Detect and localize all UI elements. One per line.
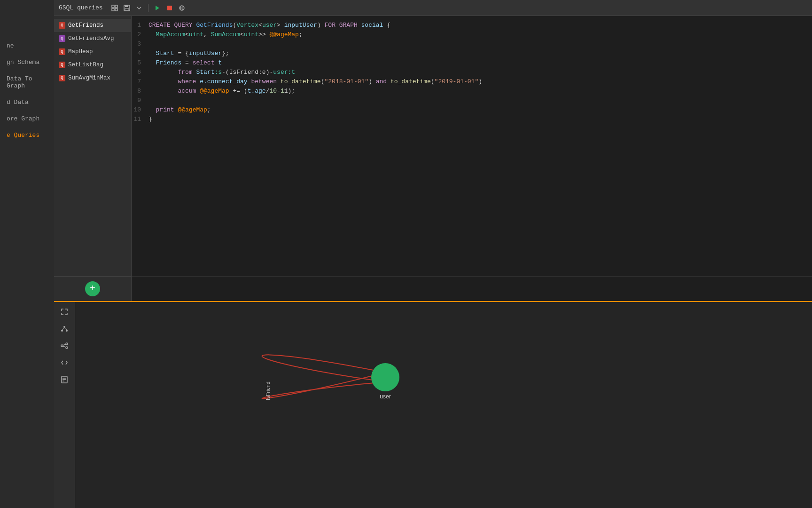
code-line: 2 MapAccum<uint, SumAccum<uint>> @@ageMa…: [132, 30, 812, 40]
query-list: Q GetFriends Q GetFriendsAvg Q MapHeap Q…: [54, 16, 132, 276]
line-content: accum @@ageMap += (t.age/10-11);: [148, 87, 812, 96]
query-label-getfriendsavg: GetFriendsAvg: [68, 35, 114, 42]
left-sidebar: ne gn Schema Data To Graph d Data ore Gr…: [0, 0, 54, 508]
line-number: 2: [132, 30, 148, 40]
line-content: where e.connect_day between to_datetime(…: [148, 77, 812, 87]
code-line: 7 where e.connect_day between to_datetim…: [132, 77, 812, 87]
graph-panel: user IsFriend: [54, 301, 812, 508]
line-content: }: [148, 115, 812, 124]
query-icon-sumavgminmax: Q: [59, 75, 65, 81]
line-number: 3: [132, 40, 148, 49]
sidebar-item-explore-graph[interactable]: ore Graph: [0, 111, 54, 127]
line-number: 11: [132, 115, 148, 124]
line-number: 6: [132, 68, 148, 77]
code-line: 3: [132, 40, 812, 49]
svg-rect-5: [125, 5, 128, 7]
dropdown-icon[interactable]: [135, 4, 143, 12]
code-line: 10 print @@ageMap;: [132, 105, 812, 115]
line-number: 9: [132, 96, 148, 105]
line-content: Friends = select t: [148, 58, 812, 68]
query-label-setlistbag: SetListBag: [68, 62, 103, 68]
graph-doc-icon[interactable]: [59, 374, 70, 385]
toolbar-title: GSQL queries: [59, 4, 103, 11]
save-icon[interactable]: [123, 4, 131, 12]
node-label-user: user: [380, 393, 390, 400]
query-item-setlistbag[interactable]: Q SetListBag: [54, 58, 131, 71]
line-number: 4: [132, 49, 148, 58]
svg-rect-1: [115, 5, 117, 8]
line-number: 1: [132, 21, 148, 30]
svg-rect-0: [112, 5, 114, 8]
svg-point-13: [61, 330, 63, 332]
code-line: 11}: [132, 115, 812, 124]
query-item-sumavgminmax[interactable]: Q SumAvgMinMax: [54, 71, 131, 85]
svg-rect-8: [167, 6, 172, 10]
svg-line-15: [62, 328, 64, 330]
line-content: [148, 40, 812, 49]
line-content: [148, 96, 812, 105]
graph-svg: [75, 302, 812, 508]
query-icon-getfriends: Q: [59, 22, 65, 29]
line-content: from Start:s-(IsFriend:e)-user:t: [148, 68, 812, 77]
graph-network-icon[interactable]: [59, 324, 70, 334]
graph-toolbar: [54, 302, 75, 508]
query-label-sumavgminmax: SumAvgMinMax: [68, 75, 110, 81]
query-icon-getfriendsavg: Q: [59, 35, 65, 42]
line-content: Start = {inputUser};: [148, 49, 812, 58]
svg-line-16: [64, 328, 67, 330]
query-label-mapheap: MapHeap: [68, 48, 93, 55]
svg-rect-2: [112, 8, 114, 11]
edge-label-isfriend: IsFriend: [265, 381, 271, 400]
line-number: 7: [132, 77, 148, 87]
line-content: CREATE QUERY GetFriends(Vertex<user> inp…: [148, 21, 812, 30]
code-line: 6 from Start:s-(IsFriend:e)-user:t: [132, 68, 812, 77]
sidebar-item-ne[interactable]: ne: [0, 38, 54, 54]
line-number: 8: [132, 87, 148, 96]
svg-rect-3: [115, 8, 117, 11]
sidebar-item-write-queries[interactable]: e Queries: [0, 127, 54, 143]
svg-point-19: [66, 347, 68, 349]
svg-point-12: [63, 326, 65, 328]
svg-point-18: [66, 343, 68, 345]
stop-icon[interactable]: [165, 4, 174, 12]
code-line: 9: [132, 96, 812, 105]
svg-line-21: [63, 346, 66, 347]
node-circle-user[interactable]: [371, 363, 399, 391]
query-icon-setlistbag: Q: [59, 62, 65, 68]
graph-code-icon[interactable]: [59, 357, 70, 368]
line-content: MapAccum<uint, SumAccum<uint>> @@ageMap;: [148, 30, 812, 40]
query-item-getfriendsavg[interactable]: Q GetFriendsAvg: [54, 32, 131, 45]
code-line: 1CREATE QUERY GetFriends(Vertex<user> in…: [132, 21, 812, 30]
globe-icon[interactable]: [178, 4, 186, 12]
code-line: 8 accum @@ageMap += (t.age/10-11);: [132, 87, 812, 96]
add-query-bar: +: [54, 276, 132, 301]
svg-line-20: [63, 344, 66, 345]
graph-node-user[interactable]: user: [371, 363, 399, 400]
query-label-getfriends: GetFriends: [68, 22, 103, 29]
toolbar: GSQL queries: [54, 0, 812, 16]
graph-share-icon[interactable]: [59, 341, 70, 351]
line-number: 5: [132, 58, 148, 68]
graph-expand-icon[interactable]: [59, 307, 70, 317]
query-item-getfriends[interactable]: Q GetFriends: [54, 19, 131, 32]
expand-icon[interactable]: [110, 4, 119, 12]
svg-point-14: [66, 330, 68, 332]
sidebar-item-data-to-graph[interactable]: Data To Graph: [0, 71, 54, 94]
line-number: 10: [132, 105, 148, 115]
editor-bottom-bar: +: [54, 276, 812, 301]
sidebar-item-load-data[interactable]: d Data: [0, 94, 54, 111]
svg-marker-7: [156, 6, 159, 10]
graph-canvas[interactable]: user IsFriend: [75, 302, 812, 508]
code-editor-wrapper: 1CREATE QUERY GetFriends(Vertex<user> in…: [132, 16, 812, 276]
editor-panel: Q GetFriends Q GetFriendsAvg Q MapHeap Q…: [54, 16, 812, 276]
main-area: GSQL queries: [54, 0, 812, 508]
toolbar-separator: [148, 4, 148, 12]
play-icon[interactable]: [153, 4, 162, 12]
svg-point-17: [61, 345, 63, 347]
query-item-mapheap[interactable]: Q MapHeap: [54, 45, 131, 58]
code-editor[interactable]: 1CREATE QUERY GetFriends(Vertex<user> in…: [132, 16, 812, 276]
query-icon-mapheap: Q: [59, 48, 65, 55]
code-line: 4 Start = {inputUser};: [132, 49, 812, 58]
add-query-button[interactable]: +: [85, 281, 100, 296]
sidebar-item-schema[interactable]: gn Schema: [0, 54, 54, 71]
